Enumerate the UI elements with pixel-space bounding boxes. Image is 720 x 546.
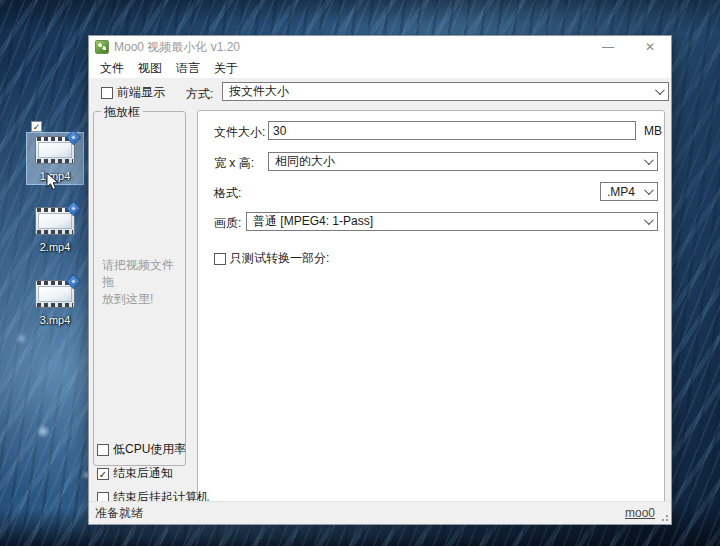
low-cpu-row[interactable]: 低CPU使用率 bbox=[97, 441, 186, 458]
stay-on-top-label: 前端显示 bbox=[117, 84, 165, 101]
test-convert-checkbox[interactable] bbox=[214, 253, 226, 265]
moo0-video-minimizer-window: Moo0 视频最小化 v1.20 — ✕ 文件 视图 语言 关于 前端显示 方式… bbox=[88, 35, 672, 525]
chevron-down-icon bbox=[644, 155, 654, 165]
filmstrip-holes bbox=[37, 303, 73, 307]
method-dropdown-value: 按文件大小 bbox=[229, 83, 289, 100]
stay-on-top-row[interactable]: 前端显示 bbox=[101, 84, 165, 101]
video-file-icon bbox=[35, 207, 75, 235]
filmstrip-frame bbox=[38, 286, 72, 302]
dimensions-dropdown-value: 相同的大小 bbox=[275, 153, 335, 170]
low-cpu-label: 低CPU使用率 bbox=[113, 441, 186, 458]
menubar: 文件 视图 语言 关于 bbox=[89, 58, 671, 78]
filmstrip-holes bbox=[37, 230, 73, 234]
mouse-cursor bbox=[46, 172, 60, 192]
icon-label: 2.mp4 bbox=[29, 241, 81, 253]
window-title: Moo0 视频最小化 v1.20 bbox=[114, 39, 240, 56]
dimensions-label: 宽 x 高: bbox=[214, 155, 254, 172]
method-label: 方式: bbox=[186, 86, 213, 103]
settings-panel: 文件大小: MB 宽 x 高: 相同的大小 格式: .MP4 画质: 普通 [M… bbox=[197, 110, 665, 505]
resize-grip[interactable] bbox=[659, 512, 669, 522]
drop-box-group[interactable]: 拖放框 请把视频文件拖 放到这里! bbox=[93, 111, 186, 466]
format-dropdown[interactable]: .MP4 bbox=[600, 182, 658, 201]
video-file-icon bbox=[35, 280, 75, 308]
desktop-icon-2mp4[interactable]: 2.mp4 bbox=[26, 203, 84, 256]
test-convert-label: 只测试转换一部分: bbox=[230, 250, 329, 267]
minimize-button[interactable]: — bbox=[587, 36, 629, 58]
notify-row[interactable]: 结束后通知 bbox=[97, 465, 173, 482]
filmstrip-frame bbox=[38, 213, 72, 229]
desktop-icon-3mp4[interactable]: 3.mp4 bbox=[26, 276, 84, 329]
file-size-label: 文件大小: bbox=[214, 124, 265, 141]
app-icon bbox=[95, 40, 109, 54]
statusbar: 准备就绪 moo0 bbox=[89, 501, 671, 524]
format-label: 格式: bbox=[214, 185, 241, 202]
video-file-icon bbox=[35, 136, 75, 164]
menu-about[interactable]: 关于 bbox=[207, 58, 245, 79]
menu-file[interactable]: 文件 bbox=[93, 58, 131, 79]
quality-dropdown-value: 普通 [MPEG4: 1-Pass] bbox=[253, 213, 373, 230]
titlebar[interactable]: Moo0 视频最小化 v1.20 — ✕ bbox=[89, 36, 671, 58]
test-convert-row[interactable]: 只测试转换一部分: bbox=[214, 250, 329, 267]
window-content: 前端显示 方式: 按文件大小 拖放框 请把视频文件拖 放到这里! 文件大小: M… bbox=[89, 78, 671, 502]
low-cpu-checkbox[interactable] bbox=[97, 444, 109, 456]
format-dropdown-value: .MP4 bbox=[607, 185, 635, 199]
close-button[interactable]: ✕ bbox=[629, 36, 671, 58]
quality-label: 画质: bbox=[214, 215, 241, 232]
drop-box-hint: 请把视频文件拖 放到这里! bbox=[102, 257, 185, 308]
file-size-unit: MB bbox=[644, 124, 662, 138]
filmstrip-holes bbox=[37, 159, 73, 163]
file-size-input[interactable] bbox=[268, 121, 636, 140]
chevron-down-icon bbox=[644, 215, 654, 225]
desktop-wallpaper: 1.mp4 2.mp4 3.mp4 Moo0 视频最小化 v1.20 bbox=[0, 0, 720, 546]
quality-dropdown[interactable]: 普通 [MPEG4: 1-Pass] bbox=[246, 212, 658, 231]
stay-on-top-checkbox[interactable] bbox=[101, 87, 113, 99]
dimensions-dropdown[interactable]: 相同的大小 bbox=[268, 152, 658, 171]
notify-label: 结束后通知 bbox=[113, 465, 173, 482]
menu-language[interactable]: 语言 bbox=[169, 58, 207, 79]
drop-box-legend: 拖放框 bbox=[101, 104, 143, 121]
icon-label: 3.mp4 bbox=[29, 314, 81, 326]
method-dropdown[interactable]: 按文件大小 bbox=[222, 82, 669, 101]
filmstrip-frame bbox=[38, 142, 72, 158]
notify-checkbox[interactable] bbox=[97, 468, 109, 480]
chevron-down-icon bbox=[644, 185, 654, 195]
item-checkbox-checked[interactable] bbox=[31, 121, 42, 132]
moo0-link[interactable]: moo0 bbox=[625, 506, 655, 520]
menu-view[interactable]: 视图 bbox=[131, 58, 169, 79]
chevron-down-icon bbox=[655, 85, 665, 95]
status-text: 准备就绪 bbox=[95, 505, 143, 522]
